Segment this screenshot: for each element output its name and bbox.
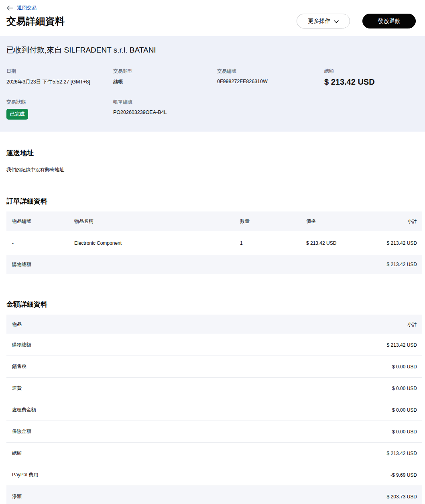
cell-subtotal: $ 213.42 USD	[372, 240, 417, 246]
more-actions-label: 更多操作	[308, 18, 331, 25]
back-to-transactions-link[interactable]: 返回交易	[17, 4, 37, 11]
col-item-name: 物品名稱	[74, 218, 240, 225]
field-invoice-id: 帳單編號 PO202603239OEA-B4L	[113, 99, 217, 120]
col-subtotal: 小計	[407, 321, 417, 328]
cell-item-name: Electronic Component	[74, 240, 240, 246]
order-details-section: 訂單詳細資料 物品編號 物品名稱 數量 價格 小計 - Electronic C…	[0, 197, 425, 274]
field-total-amount: 總額 $ 213.42 USD	[324, 68, 419, 87]
field-total-amount-value: $ 213.42 USD	[324, 77, 419, 87]
amount-row-label: 處理費金額	[12, 406, 36, 413]
amount-row-label: 購物總額	[12, 341, 31, 348]
purchase-total-value: $ 213.42 USD	[387, 262, 417, 267]
col-subtotal: 小計	[372, 218, 417, 225]
field-transaction-id-label: 交易編號	[217, 68, 324, 75]
transaction-details-page: { "page": { "back_link": "返回交易", "title"…	[0, 0, 425, 504]
issue-refund-button[interactable]: 發放退款	[362, 14, 416, 28]
arrow-left-icon[interactable]	[6, 5, 14, 11]
amount-row-purchase-total: 購物總額 $ 213.42 USD	[6, 334, 422, 356]
amount-row-insurance: 保險金額 $ 0.00 USD	[6, 421, 422, 442]
col-item-id: 物品編號	[12, 218, 74, 225]
field-transaction-id: 交易編號 0F998272FE826310W	[217, 68, 324, 87]
order-table-header: 物品編號 物品名稱 數量 價格 小計	[6, 211, 422, 231]
amount-details-heading: 金額詳細資料	[6, 300, 419, 309]
amount-row-total: 總額 $ 213.42 USD	[6, 442, 422, 464]
amount-details-table: 物品 小計 購物總額 $ 213.42 USD 銷售稅 $ 0.00 USD 運…	[6, 315, 422, 504]
amount-row-value: $ 203.73 USD	[387, 494, 417, 500]
field-date-value: 2026年3月23日 下午5:52:27 [GMT+8]	[6, 79, 113, 85]
amount-row-label: 運費	[12, 385, 22, 392]
amount-row-value: $ 213.42 USD	[387, 342, 417, 348]
cell-qty: 1	[240, 240, 306, 246]
top-bar: 返回交易 交易詳細資料 更多操作 發放退款	[0, 0, 425, 28]
field-invoice-id-label: 帳單編號	[113, 99, 217, 106]
table-row: - Electronic Component 1 $ 213.42 USD $ …	[6, 231, 422, 255]
field-transaction-status-label: 交易狀態	[6, 99, 113, 106]
field-transaction-type-value: 結帳	[113, 79, 217, 85]
shipping-heading: 運送地址	[6, 148, 419, 158]
field-date: 日期 2026年3月23日 下午5:52:27 [GMT+8]	[6, 68, 113, 87]
back-row: 返回交易	[6, 0, 419, 11]
field-date-label: 日期	[6, 68, 113, 75]
field-transaction-id-value: 0F998272FE826310W	[217, 79, 324, 84]
amount-row-label: 保險金額	[12, 428, 31, 435]
amount-row-value: $ 213.42 USD	[387, 451, 417, 456]
payment-summary-heading: 已收到付款,來自 SILFRADENT s.r.l. BATANI	[6, 45, 419, 55]
more-actions-button[interactable]: 更多操作	[297, 14, 350, 28]
amount-row-label: PayPal 費用	[12, 471, 38, 478]
amount-row-label: 總額	[12, 450, 22, 457]
amount-row-value: $ 0.00 USD	[392, 407, 417, 413]
amount-row-shipping: 運費 $ 0.00 USD	[6, 377, 422, 399]
summary-fields: 日期 2026年3月23日 下午5:52:27 [GMT+8] 交易類型 結帳 …	[6, 68, 419, 120]
shipping-section: 運送地址 我們的紀錄中沒有郵寄地址	[0, 148, 425, 173]
purchase-total-label: 購物總額	[12, 261, 31, 268]
amount-row-label: 銷售稅	[12, 363, 26, 370]
chevron-down-icon	[334, 20, 339, 23]
field-total-amount-label: 總額	[324, 68, 419, 75]
title-row: 交易詳細資料 更多操作 發放退款	[6, 14, 419, 28]
amount-row-handling: 處理費金額 $ 0.00 USD	[6, 399, 422, 421]
field-transaction-status: 交易狀態 已完成	[6, 99, 113, 120]
amount-row-paypal-fee: PayPal 費用 -$ 9.69 USD	[6, 464, 422, 486]
amount-row-sales-tax: 銷售稅 $ 0.00 USD	[6, 356, 422, 377]
shipping-empty-text: 我們的紀錄中沒有郵寄地址	[6, 167, 419, 173]
cell-price: $ 213.42 USD	[306, 240, 372, 246]
amount-table-header: 物品 小計	[6, 315, 422, 334]
field-transaction-type: 交易類型 結帳	[113, 68, 217, 87]
field-transaction-type-label: 交易類型	[113, 68, 217, 75]
col-price: 價格	[306, 218, 372, 225]
order-details-heading: 訂單詳細資料	[6, 197, 419, 206]
amount-details-section: 金額詳細資料 物品 小計 購物總額 $ 213.42 USD 銷售稅 $ 0.0…	[0, 300, 425, 504]
col-item: 物品	[12, 321, 22, 328]
issue-refund-label: 發放退款	[378, 18, 401, 25]
cell-item-id: -	[12, 240, 74, 246]
page-title: 交易詳細資料	[6, 15, 65, 28]
amount-row-label: 淨額	[12, 493, 22, 500]
field-invoice-id-value: PO202603239OEA-B4L	[113, 110, 217, 115]
amount-row-value: $ 0.00 USD	[392, 386, 417, 391]
amount-row-value: -$ 9.69 USD	[390, 472, 417, 478]
amount-row-value: $ 0.00 USD	[392, 364, 417, 370]
payment-summary-panel: 已收到付款,來自 SILFRADENT s.r.l. BATANI 日期 202…	[0, 36, 425, 132]
amount-row-net: 淨額 $ 203.73 USD	[6, 486, 422, 504]
col-qty: 數量	[240, 218, 306, 225]
status-badge: 已完成	[6, 109, 28, 120]
order-table-footer: 購物總額 $ 213.42 USD	[6, 255, 422, 274]
amount-row-value: $ 0.00 USD	[392, 429, 417, 435]
order-details-table: 物品編號 物品名稱 數量 價格 小計 - Electronic Componen…	[6, 211, 422, 274]
action-buttons: 更多操作 發放退款	[297, 14, 419, 28]
